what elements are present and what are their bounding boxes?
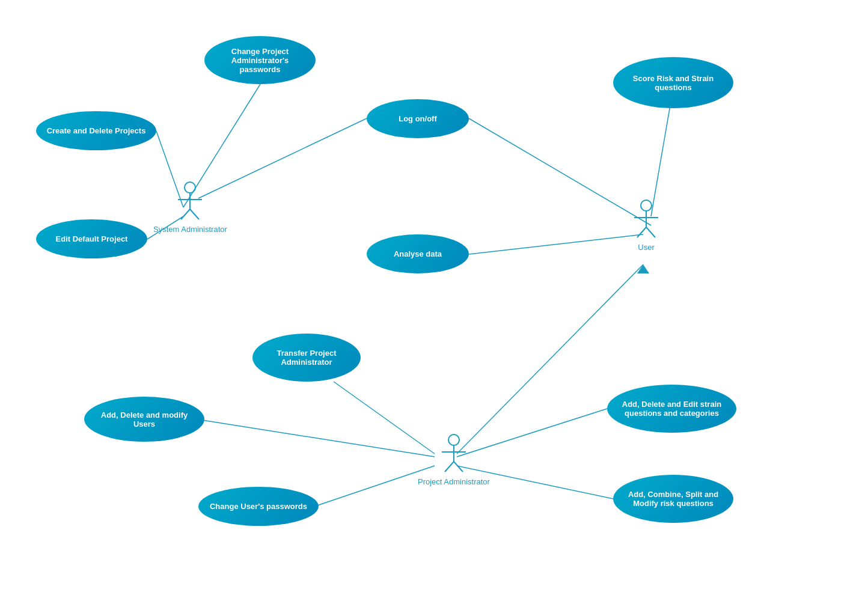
project-admin-actor: Project Administrator — [418, 433, 490, 486]
change-user-pwd-ellipse: Change User's passwords — [198, 487, 319, 526]
user-label: User — [638, 243, 654, 252]
svg-point-19 — [641, 200, 652, 211]
svg-point-24 — [448, 435, 459, 445]
svg-line-10 — [316, 466, 435, 506]
connection-lines — [0, 0, 868, 607]
add-delete-strain-ellipse: Add, Delete and Edit strain questions an… — [607, 385, 736, 433]
change-pwd-ellipse: Change Project Administrator's passwords — [204, 36, 316, 84]
create-delete-ellipse: Create and Delete Projects — [36, 111, 156, 150]
project-admin-label: Project Administrator — [418, 477, 490, 486]
log-onoff-ellipse: Log on/off — [367, 99, 469, 138]
svg-line-18 — [190, 209, 199, 219]
user-icon — [631, 198, 661, 240]
svg-line-4 — [469, 118, 651, 225]
svg-line-22 — [637, 227, 646, 237]
svg-line-28 — [454, 462, 463, 472]
system-admin-icon — [175, 180, 205, 222]
svg-line-8 — [198, 419, 435, 457]
analyse-data-ellipse: Analyse data — [367, 234, 469, 273]
score-risk-ellipse: Score Risk and Strain questions — [613, 57, 733, 108]
svg-line-27 — [445, 462, 454, 472]
edit-default-ellipse: Edit Default Project — [36, 219, 147, 258]
svg-line-17 — [181, 209, 190, 219]
transfer-proj-ellipse: Transfer Project Administrator — [252, 334, 361, 382]
system-admin-actor: System Administrator — [153, 180, 227, 234]
svg-point-14 — [185, 182, 195, 193]
user-actor: User — [631, 198, 661, 252]
svg-line-6 — [469, 234, 643, 254]
add-delete-users-ellipse: Add, Delete and modify Users — [84, 397, 204, 442]
svg-line-12 — [457, 264, 643, 454]
svg-line-23 — [646, 227, 655, 237]
system-admin-label: System Administrator — [153, 225, 227, 234]
project-admin-icon — [439, 433, 469, 475]
svg-marker-13 — [637, 264, 649, 273]
add-combine-risk-ellipse: Add, Combine, Split and Modify risk ques… — [613, 475, 733, 523]
diagram-container: Change Project Administrator's passwords… — [0, 0, 868, 607]
